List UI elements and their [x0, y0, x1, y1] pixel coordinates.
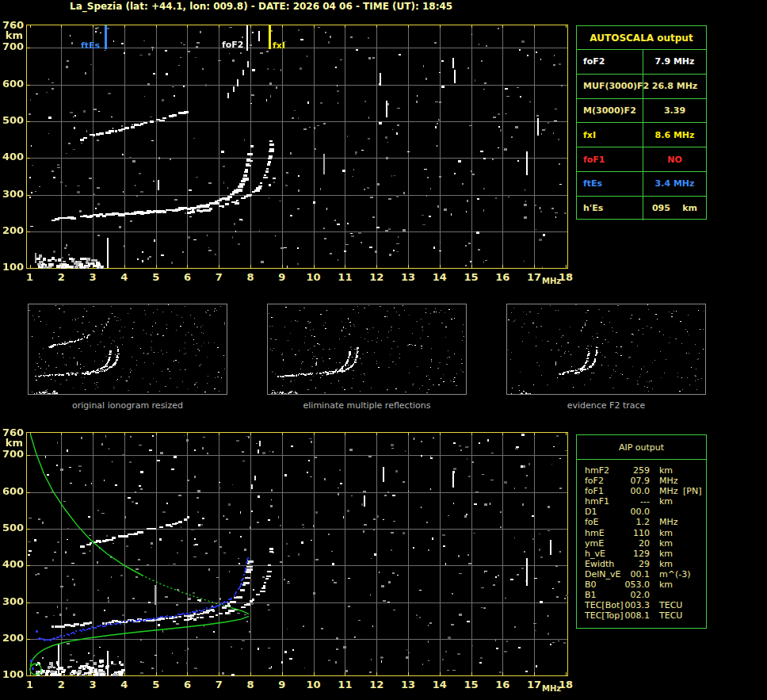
main-ionogram-canvas: [26, 25, 568, 269]
aip-param: B0: [585, 580, 597, 590]
x-axis-label-8-1: 8: [240, 679, 261, 690]
autoscala-param-hEs: h'Es: [577, 197, 643, 220]
x-axis-label-10-1: 10: [303, 679, 324, 690]
aip-unit: TECU: [659, 610, 682, 621]
y-axis-label-600-0: 600: [2, 78, 23, 90]
y-axis-label-200-0: 200: [2, 225, 23, 236]
x-axis-label-10-0: 10: [303, 272, 324, 283]
ftEs-marker-label: ftEs: [81, 41, 100, 51]
aip-row-hmF2: hmF2259km: [577, 465, 706, 476]
autoscala-row-M3000: M(3000)F2 3.39: [577, 99, 706, 124]
aip-param: foE: [585, 517, 599, 527]
aip-value: 129: [616, 549, 650, 559]
y-axis-label-300-0: 300: [2, 189, 23, 200]
x-axis-label-15-0: 15: [461, 272, 482, 283]
aip-unit: km: [659, 580, 673, 590]
x-axis-label-16-1: 16: [492, 679, 513, 690]
y-axis-label-400-1: 400: [2, 559, 23, 570]
x-axis-label-16-0: 16: [492, 272, 513, 283]
x-axis-label-4-1: 4: [114, 679, 135, 690]
aip-param: foF2: [585, 476, 604, 486]
aip-param: B1: [585, 590, 597, 600]
autoscala-param-fxI: fxI: [577, 123, 643, 147]
aip-table-title: AIP output: [577, 435, 706, 460]
aip-unit: m^(-3): [659, 569, 690, 580]
autoscala-value-foF2: 7.9 MHz: [643, 50, 706, 74]
x-axis-label-12-1: 12: [366, 679, 387, 690]
aip-param: hmF1: [585, 496, 609, 507]
aip-value: 1.2: [616, 517, 650, 527]
x-axis-unit-0: MHz: [542, 276, 566, 287]
x-axis-label-1-1: 1: [20, 679, 40, 690]
aip-value: 259: [616, 465, 650, 476]
aip-row-ymE: ymE20km: [577, 538, 706, 549]
aip-row-foE: foE1.2MHz: [577, 517, 706, 527]
x-axis-label-6-0: 6: [177, 272, 197, 283]
aip-unit: km: [659, 496, 673, 507]
aip-unit: km: [659, 538, 673, 549]
y-axis-label-760-0: 760: [2, 20, 23, 31]
aip-row-Ewidth: Ewidth29km: [577, 559, 706, 569]
y-axis-label-km-0: km: [2, 30, 23, 41]
x-axis-label-4-0: 4: [114, 272, 135, 283]
x-axis-label-7-1: 7: [208, 679, 229, 690]
aip-unit: MHz: [659, 517, 678, 527]
autoscala-param-foF1: foF1: [577, 147, 643, 171]
x-axis-label-11-1: 11: [334, 679, 355, 690]
autoscala-screen: La_Spezia (lat: +44.1, lon: 009.8) - DAT…: [0, 0, 767, 700]
thumbnail-eliminate-reflections: [267, 304, 467, 395]
x-axis-label-9-1: 9: [272, 679, 292, 690]
profile-ionogram-canvas: [26, 432, 568, 676]
autoscala-row-ftEs: ftEs 3.4 MHz: [577, 172, 706, 197]
aip-param: hmF2: [585, 465, 609, 476]
autoscala-value-MUF: 26.8 MHz: [643, 75, 706, 98]
aip-value: 003.3: [616, 600, 650, 610]
aip-output-table: AIP output hmF2259kmfoF207.9MHzfoF100.0M…: [576, 434, 707, 629]
y-axis-label-300-1: 300: [2, 596, 23, 607]
aip-row-B0: B0053.0km: [577, 580, 706, 590]
aip-row-TEC[Bot]: TEC[Bot]003.3TECU: [577, 600, 706, 610]
aip-unit: MHz: [659, 486, 678, 496]
autoscala-row-foF2: foF2 7.9 MHz: [577, 50, 706, 75]
aip-extra: [PN]: [683, 486, 701, 496]
main-ionogram-plot: ftEs foF2 fxI: [26, 25, 568, 269]
x-axis-label-2-1: 2: [51, 679, 71, 690]
aip-value: 29: [616, 559, 650, 569]
aip-param: D1: [585, 507, 597, 517]
aip-param: foF1: [585, 486, 604, 496]
aip-row-hmE: hmE110km: [577, 528, 706, 538]
x-axis-unit-1: MHz: [542, 683, 566, 694]
aip-value: 008.1: [616, 610, 650, 621]
page-title: La_Spezia (lat: +44.1, lon: 009.8) - DAT…: [70, 1, 452, 12]
autoscala-param-ftEs: ftEs: [577, 172, 643, 196]
aip-unit: km: [659, 549, 673, 559]
autoscala-table-title: AUTOSCALA output: [577, 26, 706, 50]
y-axis-label-500-0: 500: [2, 115, 23, 126]
y-axis-label-400-0: 400: [2, 151, 23, 163]
autoscala-value-foF1: NO: [643, 147, 706, 171]
fxI-marker-label: fxI: [273, 41, 285, 51]
x-axis-label-14-0: 14: [429, 272, 450, 283]
x-axis-label-3-0: 3: [82, 272, 103, 283]
x-axis-label-1-0: 1: [20, 272, 40, 283]
thumbnail-evidence-f2: [506, 304, 706, 395]
x-axis-label-11-0: 11: [334, 272, 355, 283]
autoscala-value-M3000: 3.39: [643, 99, 706, 123]
autoscala-output-table: AUTOSCALA output foF2 7.9 MHz MUF(3000)F…: [576, 25, 707, 220]
x-axis-label-6-1: 6: [177, 679, 197, 690]
aip-unit: TECU: [659, 600, 682, 610]
autoscala-row-fxI: fxI 8.6 MHz: [577, 123, 706, 147]
y-axis-label-700-0: 700: [2, 41, 23, 52]
aip-param: hmE: [585, 528, 605, 538]
autoscala-row-MUF: MUF(3000)F2 26.8 MHz: [577, 75, 706, 99]
aip-value: 00.0: [616, 486, 650, 496]
aip-unit: MHz: [659, 476, 678, 486]
aip-unit: km: [659, 559, 673, 569]
x-axis-label-5-1: 5: [146, 679, 166, 690]
x-axis-label-15-1: 15: [461, 679, 482, 690]
aip-unit: km: [659, 465, 673, 476]
x-axis-label-8-0: 8: [240, 272, 261, 283]
x-axis-label-3-1: 3: [82, 679, 103, 690]
y-axis-label-700-1: 700: [2, 449, 23, 460]
aip-param: ymE: [585, 538, 604, 549]
